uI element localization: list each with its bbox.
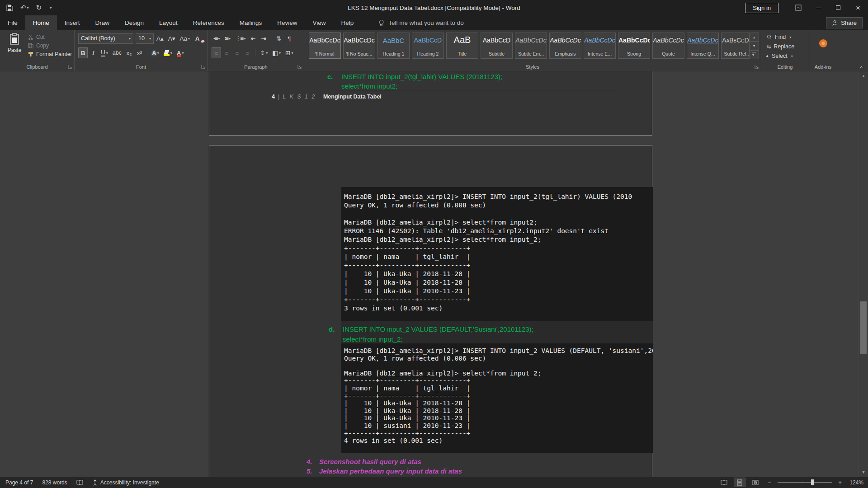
font-dialog-launcher-icon[interactable] bbox=[201, 65, 206, 69]
page-indicator[interactable]: Page 4 of 7 bbox=[5, 479, 33, 486]
style-no-spacing[interactable]: AaBbCcDc¶ No Spac... bbox=[343, 33, 375, 59]
justify-button[interactable]: ≡ bbox=[243, 47, 252, 58]
zoom-out-button[interactable]: − bbox=[765, 479, 774, 486]
sql-line-c1[interactable]: INSERT INTO input_2(tgl_lahir) VALUES (2… bbox=[341, 73, 502, 80]
style-title[interactable]: AaBTitle bbox=[446, 33, 478, 59]
tab-file[interactable]: File bbox=[0, 15, 25, 30]
sql-line-c2[interactable]: select*from input2; bbox=[341, 82, 397, 90]
copy-button[interactable]: Copy bbox=[28, 42, 72, 49]
format-painter-button[interactable]: Format Painter bbox=[28, 51, 72, 57]
style-intense-quote[interactable]: AaBbCcDcIntense Q... bbox=[687, 33, 719, 59]
clipboard-dialog-launcher-icon[interactable] bbox=[68, 65, 72, 69]
page-footer[interactable]: 4 | L K S 1 2 Menginput Data Tabel bbox=[272, 94, 382, 100]
numbered-list-button[interactable]: ∶≡▾ bbox=[223, 33, 232, 44]
italic-button[interactable]: I bbox=[89, 47, 98, 58]
cut-button[interactable]: Cut bbox=[28, 34, 72, 40]
font-color-button[interactable]: A▾ bbox=[175, 47, 186, 58]
tab-mailings[interactable]: Mailings bbox=[232, 15, 270, 30]
paste-button[interactable]: Paste bbox=[4, 33, 25, 66]
list-marker-c[interactable]: c. bbox=[327, 73, 333, 80]
highlight-color-button[interactable]: ▾ bbox=[162, 47, 174, 58]
find-button[interactable]: Find ▾ bbox=[767, 34, 794, 40]
tab-layout[interactable]: Layout bbox=[151, 15, 185, 30]
change-case-button[interactable]: Aa▾ bbox=[178, 33, 192, 44]
borders-button[interactable]: ⊞▾ bbox=[283, 47, 295, 58]
undo-icon[interactable]: ↶▾ bbox=[20, 4, 29, 12]
zoom-slider[interactable] bbox=[778, 478, 832, 487]
zoom-level[interactable]: 124% bbox=[848, 479, 863, 486]
minimize-button[interactable] bbox=[808, 0, 828, 15]
sort-button[interactable]: ⇅ bbox=[274, 33, 283, 44]
style-intense-emphasis[interactable]: AaBbCcDcIntense E... bbox=[584, 33, 616, 59]
style-normal[interactable]: AaBbCcDc¶ Normal bbox=[309, 33, 341, 59]
style-subtle-emphasis[interactable]: AaBbCcDcSubtle Em... bbox=[515, 33, 547, 59]
tab-design[interactable]: Design bbox=[117, 15, 151, 30]
tab-insert[interactable]: Insert bbox=[57, 15, 88, 30]
print-layout-icon[interactable] bbox=[734, 478, 745, 487]
font-name-select[interactable]: Calibri (Body)▾ bbox=[78, 33, 133, 44]
styles-scroll-down-icon[interactable]: ▾ bbox=[749, 41, 759, 50]
sql-line-d1[interactable]: INSERT INTO input_2 VALUES (DEFAULT,'Sus… bbox=[343, 325, 533, 333]
collapse-ribbon-icon[interactable] bbox=[859, 66, 864, 69]
read-mode-icon[interactable] bbox=[718, 478, 730, 487]
style-emphasis[interactable]: AaBbCcDcEmphasis bbox=[549, 33, 581, 59]
text-effects-button[interactable]: A▾ bbox=[150, 47, 161, 58]
tab-home[interactable]: Home bbox=[25, 15, 57, 30]
document-page-4[interactable]: c. INSERT INTO input_2(tgl_lahir) VALUES… bbox=[209, 71, 652, 136]
word-count[interactable]: 828 words bbox=[42, 479, 67, 486]
tab-view[interactable]: View bbox=[305, 15, 333, 30]
style-subtitle[interactable]: AaBbCcDSubtitle bbox=[481, 33, 513, 59]
clear-formatting-button[interactable]: A bbox=[193, 33, 202, 44]
task-5-marker[interactable]: 5. bbox=[307, 467, 312, 475]
scrollbar-thumb[interactable] bbox=[860, 301, 867, 354]
maximize-button[interactable] bbox=[828, 0, 848, 15]
task-4-text[interactable]: Screenshoot hasil query di atas bbox=[319, 458, 421, 465]
style-strong[interactable]: AaBbCcDcStrong bbox=[618, 33, 650, 59]
strikethrough-button[interactable]: abc bbox=[111, 47, 123, 58]
ribbon-display-options-icon[interactable] bbox=[788, 0, 808, 15]
font-size-select[interactable]: 10▾ bbox=[136, 33, 154, 44]
decrease-indent-button[interactable]: ⇤ bbox=[248, 33, 258, 44]
zoom-in-button[interactable]: + bbox=[836, 479, 844, 486]
increase-indent-button[interactable]: ⇥ bbox=[259, 33, 268, 44]
subscript-button[interactable]: x₂ bbox=[124, 47, 134, 58]
customize-quick-access-icon[interactable]: ▾ bbox=[50, 6, 52, 10]
paragraph-dialog-launcher-icon[interactable] bbox=[297, 65, 302, 69]
tab-review[interactable]: Review bbox=[269, 15, 305, 30]
bullet-list-button[interactable]: •≡▾ bbox=[212, 33, 222, 44]
sql-line-d2[interactable]: select*from input_2; bbox=[343, 335, 403, 343]
styles-dialog-launcher-icon[interactable] bbox=[755, 65, 759, 69]
superscript-button[interactable]: x² bbox=[135, 47, 144, 58]
tab-help[interactable]: Help bbox=[334, 15, 362, 30]
save-icon[interactable] bbox=[6, 5, 13, 11]
align-left-button[interactable]: ≡ bbox=[212, 47, 221, 58]
tab-draw[interactable]: Draw bbox=[88, 15, 118, 30]
align-right-button[interactable]: ≡ bbox=[232, 47, 242, 58]
style-subtle-reference[interactable]: AaBbCcDcSubtle Ref... bbox=[721, 33, 753, 59]
share-button[interactable]: Share bbox=[826, 17, 863, 28]
zoom-slider-thumb[interactable] bbox=[811, 479, 814, 485]
terminal-screenshot-2[interactable]: MariaDB [db12_amelia_xirpl2]> INSERT INT… bbox=[341, 343, 653, 453]
accessibility-status[interactable]: Accessibility: Investigate bbox=[92, 479, 159, 486]
style-quote[interactable]: AaBbCcDcQuote bbox=[652, 33, 684, 59]
tab-references[interactable]: References bbox=[185, 15, 232, 30]
bold-button[interactable]: B bbox=[78, 47, 88, 58]
underline-button[interactable]: U▾ bbox=[99, 47, 110, 58]
style-heading-1[interactable]: AaBbCHeading 1 bbox=[377, 33, 410, 59]
styles-more-icon[interactable]: ▾ bbox=[749, 50, 759, 59]
select-button[interactable]: ▸ Select ▾ bbox=[767, 53, 794, 59]
shading-button[interactable]: ◧▾ bbox=[270, 47, 283, 58]
task-5-text[interactable]: Jelaskan perbedaan query input data di a… bbox=[319, 467, 462, 475]
multilevel-list-button[interactable]: ⋮≡▾ bbox=[233, 33, 247, 44]
scroll-up-icon[interactable]: ▲ bbox=[859, 71, 868, 80]
tell-me-search[interactable]: Tell me what you want to do bbox=[371, 15, 471, 30]
sign-in-button[interactable]: Sign in bbox=[745, 3, 778, 13]
show-paragraph-marks-button[interactable]: ¶ bbox=[284, 33, 294, 44]
undo-dropdown-icon[interactable]: ▾ bbox=[27, 6, 29, 10]
redo-icon[interactable]: ↻ bbox=[36, 4, 42, 12]
list-marker-d[interactable]: d. bbox=[329, 325, 335, 333]
close-button[interactable]: × bbox=[848, 0, 868, 15]
proofing-status-icon[interactable] bbox=[76, 480, 83, 485]
align-center-button[interactable]: ≡ bbox=[222, 47, 231, 58]
style-heading-2[interactable]: AaBbCcDHeading 2 bbox=[412, 33, 444, 59]
